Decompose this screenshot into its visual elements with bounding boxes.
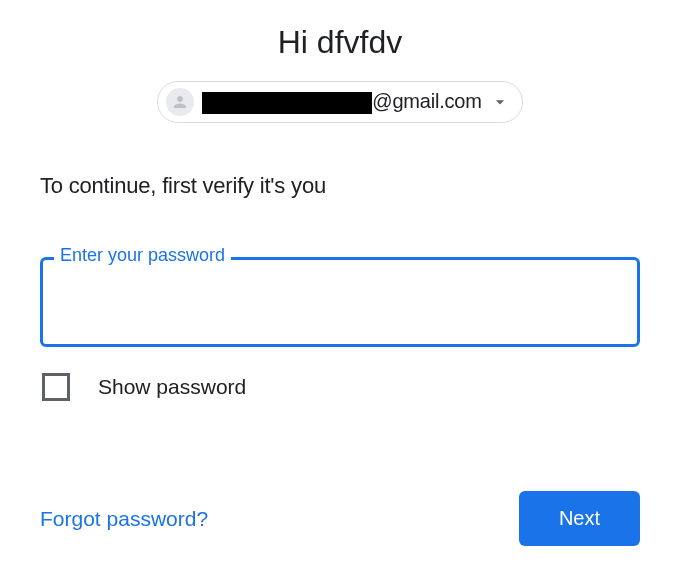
password-field-wrap: Enter your password: [40, 257, 640, 347]
password-field-label: Enter your password: [54, 245, 231, 266]
verify-instruction: To continue, first verify it's you: [40, 173, 640, 199]
show-password-label: Show password: [98, 375, 246, 399]
password-input[interactable]: [40, 257, 640, 347]
account-chip[interactable]: @gmail.com: [157, 81, 522, 123]
email-domain: @gmail.com: [372, 90, 481, 112]
email-label: @gmail.com: [202, 90, 481, 115]
avatar-icon: [166, 88, 194, 116]
next-button[interactable]: Next: [519, 491, 640, 546]
forgot-password-link[interactable]: Forgot password?: [40, 507, 208, 531]
show-password-checkbox[interactable]: [42, 373, 70, 401]
email-redacted: [202, 92, 372, 114]
chevron-down-icon: [490, 92, 510, 112]
greeting-title: Hi dfvfdv: [40, 24, 640, 61]
